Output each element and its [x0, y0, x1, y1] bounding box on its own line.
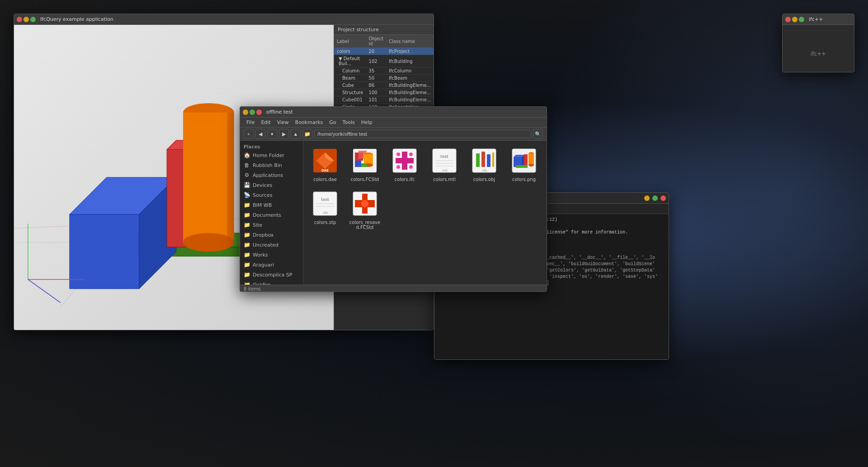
col-label: Label: [334, 35, 366, 48]
svg-text:DAE: DAE: [321, 169, 329, 172]
araguari-icon: 📁: [244, 262, 250, 268]
svg-rect-58: [516, 165, 528, 168]
fm-menu-file[interactable]: File: [244, 119, 257, 126]
ifc-min-btn[interactable]: [24, 17, 29, 22]
table-row[interactable]: ▼ Default Buil... 102 IfcBuilding: [334, 55, 434, 67]
fm-status-text: 8 items: [244, 286, 260, 291]
fm-sidebar-sources[interactable]: 📡 Sources: [240, 190, 303, 200]
fm-body: Places 🏠 Home Folder 🗑 Rubbish Bin ⚙ App…: [240, 141, 547, 285]
descomplica-icon: 📁: [244, 272, 250, 278]
fm-path-input[interactable]: [314, 130, 531, 138]
svg-rect-33: [396, 158, 414, 163]
fm-sidebar-docs-label: Documents: [253, 212, 281, 218]
fm-min-btn[interactable]: [243, 110, 248, 115]
ifc-pp-title: ifc++: [809, 16, 851, 22]
svg-point-34: [396, 152, 400, 156]
file-colors-mtl[interactable]: text .mtl colors.mtl: [426, 144, 462, 184]
fm-sidebar-rubbish-label: Rubbish Bin: [253, 162, 282, 168]
fm-sidebar-site-label: Site: [253, 222, 262, 228]
file-colors-ifc[interactable]: colors.ifc: [387, 144, 423, 184]
file-colors-obj[interactable]: .obj colors.obj: [466, 144, 502, 184]
ifc-file-icon: [390, 146, 419, 175]
file-colors-stp[interactable]: text .stp colors.stp: [307, 187, 343, 232]
fm-content[interactable]: DAE colors.dae: [303, 141, 547, 285]
fm-sidebar-araguari-label: Araguari: [253, 262, 274, 268]
file-colors-dae[interactable]: DAE colors.dae: [307, 144, 343, 184]
svg-rect-48: [492, 152, 494, 167]
fm-sidebar-rubbish[interactable]: 🗑 Rubbish Bin: [240, 160, 303, 170]
fm-sidebar-dropbox[interactable]: 📁 Dropbox: [240, 230, 303, 240]
file-fcstd-label: colors.FCStd: [351, 177, 379, 182]
term-min-btn[interactable]: [644, 195, 650, 201]
fm-menu-view[interactable]: View: [274, 119, 292, 126]
fm-sidebar-dropbox-label: Dropbox: [253, 232, 274, 238]
svg-point-37: [409, 165, 413, 169]
fm-close-btn[interactable]: [256, 110, 262, 115]
svg-rect-47: [487, 154, 491, 167]
mtl-icon: text .mtl: [430, 146, 459, 175]
fm-sidebar-bimwb[interactable]: 📁 BIM WB: [240, 200, 303, 210]
file-colors-resaved[interactable]: colors_resaved.FCStd: [347, 187, 383, 232]
fm-sidebar-home[interactable]: 🏠 Home Folder: [240, 150, 303, 160]
table-row[interactable]: Beam 50 IfcBeam: [334, 75, 434, 82]
fm-max-btn[interactable]: [250, 110, 255, 115]
fm-back-btn[interactable]: ◀: [255, 129, 265, 139]
fm-sidebar-home-label: Home Folder: [253, 152, 284, 158]
file-colors-fcstd[interactable]: colors.FCStd: [347, 144, 383, 184]
fm-search-btn[interactable]: 🔍: [533, 129, 543, 139]
fm-fwd-btn[interactable]: ▶: [279, 129, 289, 139]
table-row[interactable]: Structure 100 IfcBuildingEleme...: [334, 89, 434, 96]
fm-sidebar-descomplica[interactable]: 📁 Descomplica SP: [240, 270, 303, 280]
sources-icon: 📡: [244, 192, 250, 198]
fm-menu-help[interactable]: Help: [359, 119, 375, 126]
table-row[interactable]: Column 35 IfcColumn: [334, 67, 434, 75]
fm-new-btn[interactable]: +: [244, 129, 254, 139]
fm-sidebar-site[interactable]: 📁 Site: [240, 220, 303, 230]
svg-rect-45: [476, 153, 480, 167]
file-obj-label: colors.obj: [473, 177, 495, 182]
col-id: Object id: [366, 35, 387, 48]
fm-menu-edit[interactable]: Edit: [258, 119, 273, 126]
fm-sidebar-oakfire[interactable]: 📁 Oakfire: [240, 280, 303, 285]
fcstd-icon: [350, 146, 379, 175]
fm-nav-btn[interactable]: ▾: [267, 129, 277, 139]
fm-menu-bookmarks[interactable]: Bookmarks: [292, 119, 326, 126]
ifc-max-btn[interactable]: [30, 17, 36, 22]
fm-sidebar-oakfire-label: Oakfire: [253, 282, 271, 285]
svg-point-67: [361, 200, 368, 207]
svg-marker-6: [70, 214, 139, 289]
fm-sidebar-works[interactable]: 📁 Works: [240, 250, 303, 260]
fm-menu-go[interactable]: Go: [326, 119, 339, 126]
fm-sidebar-docs[interactable]: 📁 Documents: [240, 210, 303, 220]
fm-sidebar-uncreated-label: Uncreated: [253, 242, 278, 248]
term-max-btn[interactable]: [652, 195, 658, 201]
apps-icon: ⚙: [244, 172, 250, 178]
svg-rect-46: [481, 152, 485, 167]
fm-sidebar: Places 🏠 Home Folder 🗑 Rubbish Bin ⚙ App…: [240, 141, 303, 285]
file-ifc-label: colors.ifc: [395, 177, 415, 182]
file-colors-png[interactable]: colors.png: [506, 144, 542, 184]
col-class: Class name: [386, 35, 434, 48]
fm-location-btn[interactable]: 📁: [302, 129, 312, 139]
site-icon: 📁: [244, 222, 250, 228]
table-row[interactable]: Cube001 101 IfcBuildingEleme...: [334, 96, 434, 104]
fm-menu-tools[interactable]: Tools: [340, 119, 358, 126]
fm-sidebar-apps[interactable]: ⚙ Applications: [240, 170, 303, 180]
ifc-pp-close[interactable]: [785, 17, 791, 22]
fm-sidebar-araguari[interactable]: 📁 Araguari: [240, 260, 303, 270]
term-close-btn[interactable]: [660, 195, 666, 201]
fm-sidebar-uncreated[interactable]: 📁 Uncreated: [240, 240, 303, 250]
ifc-pp-min[interactable]: [792, 17, 797, 22]
ifc-pp-window: ifc++ ifc++: [782, 14, 854, 72]
ifc-close-btn[interactable]: [17, 17, 22, 22]
ifc-window-title: IfcQuery example application: [40, 16, 431, 22]
ifc-pp-max[interactable]: [799, 17, 804, 22]
svg-text:text: text: [321, 197, 329, 202]
home-icon: 🏠: [244, 152, 250, 158]
table-row[interactable]: colors 20 IfcProject: [334, 48, 434, 55]
fm-up-btn[interactable]: ▲: [291, 129, 301, 139]
uncreated-icon: 📁: [244, 242, 250, 248]
table-row[interactable]: Cube 86 IfcBuildingEleme...: [334, 82, 434, 89]
fm-sidebar-apps-label: Applications: [253, 172, 283, 178]
fm-sidebar-devices[interactable]: 💾 Devices: [240, 180, 303, 190]
